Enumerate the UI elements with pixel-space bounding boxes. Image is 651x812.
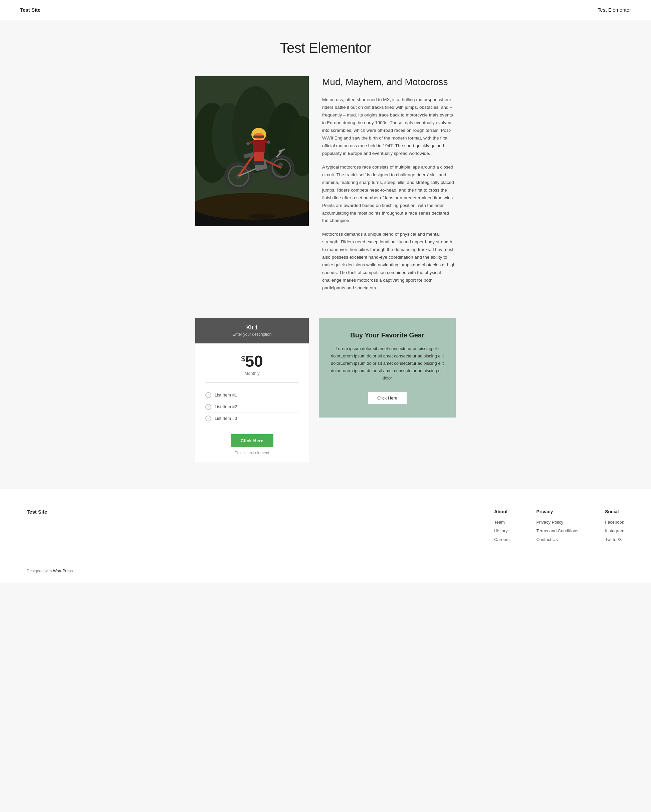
pricing-title: Kit 1	[202, 325, 302, 331]
svg-rect-25	[254, 136, 264, 138]
footer-link-facebook[interactable]: Facebook	[605, 520, 624, 525]
footer-link-careers[interactable]: Careers	[494, 537, 509, 542]
footer-link-contact[interactable]: Contact Us	[536, 537, 558, 542]
pricing-currency: $	[241, 354, 245, 363]
footer-designed-with: Designed with	[27, 569, 53, 573]
buy-gear-text: Lorem ipsum dolor sit amet consectetur a…	[329, 345, 446, 382]
list-item: ✓ List Item #2	[205, 401, 299, 412]
svg-rect-33	[254, 161, 259, 165]
buy-gear-card: Buy Your Favorite Gear Lorem ipsum dolor…	[319, 318, 456, 418]
footer-link-history[interactable]: History	[494, 528, 507, 533]
list-item: Team	[494, 519, 509, 525]
buy-gear-title: Buy Your Favorite Gear	[329, 331, 446, 339]
footer-link-privacy-policy[interactable]: Privacy Policy	[536, 520, 563, 525]
footer-bottom: Designed with WordPress	[27, 562, 624, 573]
article-para-2: A typical motocross race consists of mul…	[322, 163, 456, 225]
footer-col-list-social: Facebook Instagram Twitter/X	[605, 519, 624, 542]
article-para-3: Motocross demands a unique blend of phys…	[322, 230, 456, 292]
footer-col-list-about: Team History Careers	[494, 519, 509, 542]
svg-rect-31	[254, 152, 259, 162]
list-item: Terms and Conditions	[536, 528, 578, 534]
article-section: Mud, Mayhem, and Motocross Motocross, of…	[195, 76, 456, 298]
pricing-footnote: This is text element	[205, 450, 299, 455]
svg-rect-32	[259, 152, 264, 162]
footer-link-team[interactable]: Team	[494, 520, 505, 525]
list-item: Privacy Policy	[536, 519, 578, 525]
list-item-label: List Item #1	[215, 392, 237, 397]
footer-wordpress-link[interactable]: WordPress	[53, 569, 73, 573]
pricing-card: Kit 1 Enter your description $50 Monthly…	[195, 318, 309, 462]
footer-col-title-about: About	[494, 509, 509, 514]
pricing-button[interactable]: Click Here	[231, 434, 274, 447]
footer-col-title-privacy: Privacy	[536, 509, 578, 514]
article-image	[195, 76, 309, 226]
buy-gear-button[interactable]: Click Here	[368, 392, 407, 404]
pricing-amount: 50	[245, 353, 263, 370]
list-item: Contact Us	[536, 536, 578, 542]
article-para-1: Motocross, often shortened to MX, is a t…	[322, 96, 456, 157]
footer-link-terms[interactable]: Terms and Conditions	[536, 528, 578, 533]
pricing-period: Monthly	[205, 371, 299, 376]
footer-top: Test Site About Team History Careers Pri…	[27, 509, 624, 545]
site-logo[interactable]: Test Site	[20, 7, 40, 13]
header: Test Site Test Elementor	[0, 0, 651, 20]
svg-rect-26	[253, 140, 265, 154]
footer-col-about: About Team History Careers	[494, 509, 509, 545]
svg-rect-34	[258, 161, 264, 165]
footer-col-social: Social Facebook Instagram Twitter/X	[605, 509, 624, 545]
check-icon: ✓	[205, 415, 211, 421]
list-item: Facebook	[605, 519, 624, 525]
main-content: Test Elementor	[189, 20, 462, 488]
svg-point-35	[249, 214, 275, 219]
footer-col-privacy: Privacy Privacy Policy Terms and Conditi…	[536, 509, 578, 545]
svg-point-30	[267, 140, 270, 144]
pricing-body: $50 Monthly ✓ List Item #1 ✓ List Item #…	[195, 343, 309, 462]
footer-link-instagram[interactable]: Instagram	[605, 528, 624, 533]
footer-col-title-social: Social	[605, 509, 624, 514]
pricing-price: $50	[205, 353, 299, 369]
list-item-label: List Item #3	[215, 416, 237, 421]
footer-columns: About Team History Careers Privacy Priva…	[494, 509, 624, 545]
list-item-label: List Item #2	[215, 404, 237, 409]
footer-brand: Test Site	[27, 509, 474, 545]
list-item: Twitter/X	[605, 536, 624, 542]
article-text: Mud, Mayhem, and Motocross Motocross, of…	[322, 76, 456, 298]
pricing-card-header: Kit 1 Enter your description	[195, 318, 309, 343]
list-item: Careers	[494, 536, 509, 542]
bottom-section: Kit 1 Enter your description $50 Monthly…	[195, 318, 456, 462]
list-item: ✓ List Item #1	[205, 389, 299, 401]
page-title: Test Elementor	[195, 40, 456, 56]
header-nav-link[interactable]: Test Elementor	[598, 7, 631, 13]
list-item: ✓ List Item #3	[205, 412, 299, 424]
article-heading: Mud, Mayhem, and Motocross	[322, 76, 456, 88]
footer-col-list-privacy: Privacy Policy Terms and Conditions Cont…	[536, 519, 578, 542]
pricing-list: ✓ List Item #1 ✓ List Item #2 ✓ List Ite…	[205, 386, 299, 427]
pricing-desc: Enter your description	[202, 332, 302, 337]
check-icon: ✓	[205, 404, 211, 410]
list-item: History	[494, 528, 509, 534]
footer: Test Site About Team History Careers Pri…	[0, 488, 651, 583]
check-icon: ✓	[205, 392, 211, 398]
list-item: Instagram	[605, 528, 624, 534]
svg-point-29	[246, 142, 250, 145]
footer-link-twitter[interactable]: Twitter/X	[605, 537, 622, 542]
